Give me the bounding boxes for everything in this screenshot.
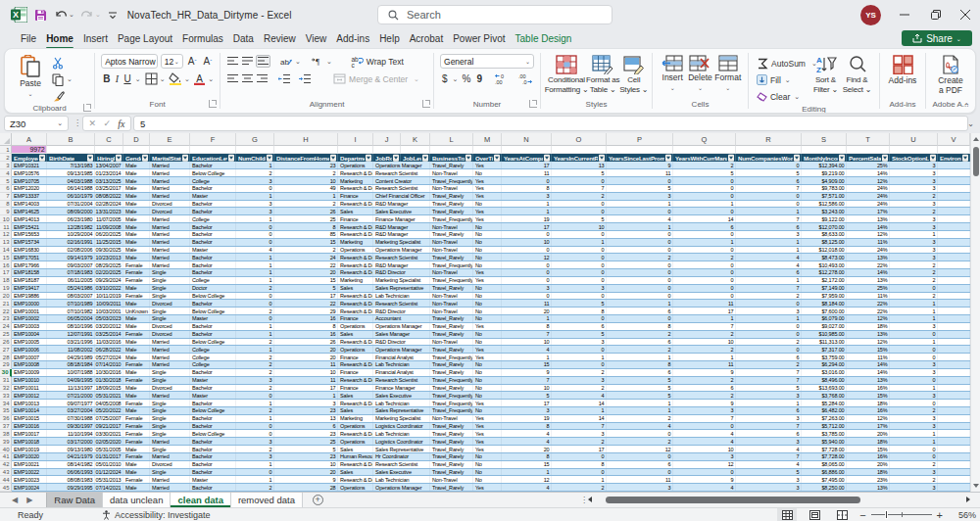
zoom-level[interactable]: 56% [951,510,976,520]
cell-L21[interactable]: Non-Travel [430,300,473,307]
customize-qat-icon[interactable] [106,4,120,25]
cell-V30[interactable] [938,369,970,376]
conditional-formatting-button[interactable]: Conditional Formatting ⌄ [547,53,586,94]
cell-U30[interactable]: 3 [890,369,938,376]
cell-A33[interactable]: EMP10012 [12,392,47,399]
cell-F37[interactable]: Bachelor [190,423,236,430]
cell-I4[interactable]: Research & Development [338,169,373,176]
number-dialog-launcher[interactable] [529,100,537,108]
cell-P35[interactable]: 1 [607,407,673,414]
cell-T10[interactable]: 13% [847,215,890,222]
cell-M36[interactable]: Yes [473,415,502,422]
cell-C40[interactable]: 05/31/2005 [95,446,123,452]
cell-U29[interactable]: 3 [890,361,938,368]
cell-O3[interactable]: 13 [552,162,607,168]
cell-F9[interactable]: Bachelor [190,208,236,214]
cell-M15[interactable]: No [473,254,502,260]
cell-R27[interactable]: 0 [736,346,802,353]
cell-L17[interactable]: Non-Travel [430,269,473,276]
cell-F39[interactable]: Bachelor [190,438,236,445]
row-header-14[interactable]: 14 [0,247,12,255]
cell-N40[interactable]: 20 [502,446,552,452]
filter-icon[interactable] [794,155,801,162]
cell-L5[interactable]: Travel_Frequently [430,177,473,184]
cell-L40[interactable]: Travel_Rarely [430,446,473,452]
cell-R31[interactable]: 7 [736,377,802,384]
cell-M3[interactable]: Yes [473,162,502,168]
cell-S32[interactable]: $13,693.00 [802,385,847,392]
cell-I32[interactable]: Finance [338,385,373,392]
cell-L15[interactable]: Travel_Rarely [430,254,473,260]
row-header-28[interactable]: 28 [0,354,12,361]
cell-U42[interactable]: 2 [890,461,938,468]
cell-N34[interactable]: 17 [502,400,552,406]
row-header-24[interactable]: 24 [0,323,12,331]
cell-G27[interactable]: 1 [236,346,274,353]
cell-J21[interactable]: Research Scientist [373,300,430,307]
align-middle-icon[interactable] [241,56,254,67]
cell-R11[interactable]: 6 [736,223,802,230]
increase-indent-icon[interactable] [298,73,312,84]
redo-button[interactable]: ⌄ [78,4,103,25]
cell-E43[interactable]: Single [150,469,190,476]
cell-Q27[interactable]: 2 [673,346,736,353]
cell-F40[interactable]: Bachelor [190,446,236,452]
horizontal-scrollbar[interactable] [588,495,970,504]
decrease-decimal-icon[interactable]: .00.0 [517,73,533,84]
cell-B4[interactable]: 09/13/1985 [47,169,95,176]
row-header-42[interactable]: 42 [0,461,12,469]
cell-S15[interactable]: $8,473.00 [802,254,847,260]
row-header-10[interactable]: 10 [0,215,12,223]
cell-S3[interactable]: $12,394.00 [802,162,847,168]
cell-A41[interactable]: EMP10020 [12,453,47,460]
cell-G14[interactable]: 4 [236,247,274,254]
cell-H21[interactable]: 22 [274,300,338,307]
cell-P6[interactable]: 5 [607,185,673,192]
cell-G19[interactable]: 2 [236,285,274,292]
cell-O8[interactable]: 0 [552,201,607,208]
cell-D5[interactable]: Male [123,177,150,184]
cell-E27[interactable]: Married [150,346,190,353]
cell-J17[interactable]: R&D Director [373,269,430,276]
cell-C17[interactable]: 02/20/2025 [95,269,123,276]
cell-O25[interactable]: 5 [552,331,607,338]
cell-J8[interactable]: R&D Manager [373,201,430,208]
cell-J39[interactable]: Logistics Coordinator [373,438,430,445]
cell-B29[interactable]: 08/18/1984 [47,361,95,368]
cell-H29[interactable]: 11 [274,361,338,368]
cell-V13[interactable] [938,239,970,246]
filter-icon[interactable] [839,155,846,162]
cell-S36[interactable]: $7,263.00 [802,415,847,422]
cell-F23[interactable]: Master [190,315,236,322]
cell-O40[interactable]: 17 [552,446,607,452]
cell-E29[interactable]: Married [150,361,190,368]
cell-F19[interactable]: Doctor [190,285,236,292]
cell-S25[interactable]: $10,985.00 [802,331,847,338]
cell-D20[interactable]: Female [123,293,150,300]
cell-P19[interactable]: 0 [607,285,673,292]
cell-F16[interactable]: Bachelor [190,261,236,268]
cell-D35[interactable]: Male [123,407,150,414]
cell-B24[interactable]: 08/10/1996 [47,323,95,330]
cell-T8[interactable]: 24% [847,201,890,208]
prev-sheet-icon[interactable]: ◀ [12,496,18,504]
cell-Q31[interactable]: 2 [673,377,736,384]
cell-R28[interactable]: 6 [736,354,802,360]
cell-E30[interactable]: Single [150,369,190,376]
cell-R39[interactable]: 3 [736,438,802,445]
cell-P7[interactable]: 3 [607,193,673,200]
cell-N18[interactable]: 0 [502,277,552,284]
filter-icon[interactable] [228,155,235,162]
cell-R21[interactable]: 0 [736,300,802,307]
cell-R26[interactable]: 2 [736,339,802,346]
cell-P43[interactable]: 0 [607,469,673,476]
cell-D24[interactable]: Male [123,323,150,330]
cell-R30[interactable]: 7 [736,369,802,376]
cell-C38[interactable]: 03/30/2021 [95,430,123,437]
cell-R41[interactable]: 7 [736,453,802,460]
cell-G45[interactable]: 2 [236,484,274,491]
cell-P34[interactable]: 1 [607,400,673,406]
cell-D22[interactable]: UnKnown [123,308,150,314]
cell-R17[interactable]: 6 [736,269,802,276]
cell-M43[interactable]: No [473,469,502,476]
